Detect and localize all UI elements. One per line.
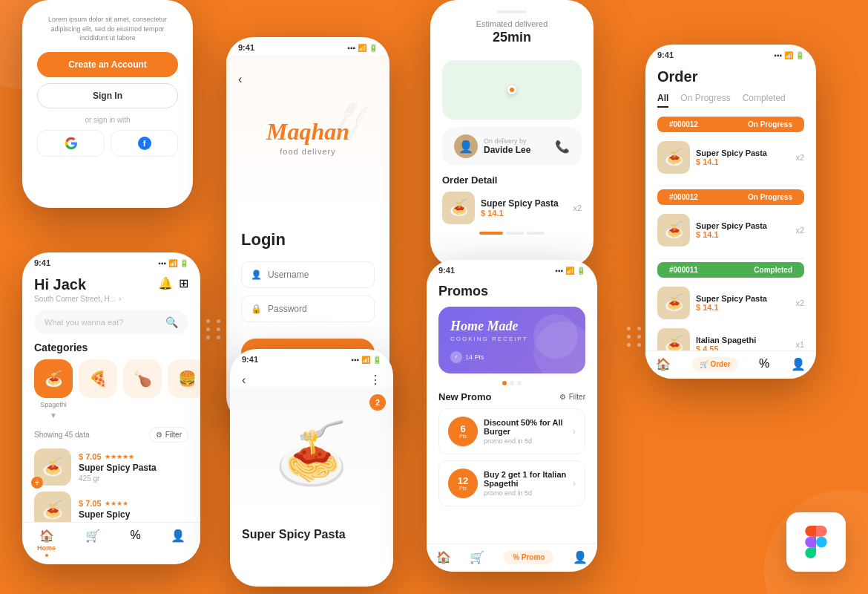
food-info-2: $ 7.05 ★★★★ Super Spicy bbox=[79, 499, 188, 521]
tab-all[interactable]: All bbox=[657, 93, 668, 108]
grid-icon[interactable]: ⊞ bbox=[179, 276, 188, 290]
search-bar[interactable]: What you wanna eat? 🔍 bbox=[34, 310, 188, 334]
price-row-1: $ 7.05 ★★★★★ bbox=[79, 452, 188, 461]
lock-icon: 🔒 bbox=[251, 304, 262, 314]
status-time: 9:41 bbox=[657, 50, 674, 59]
order-badge-3: #000011 Completed bbox=[657, 262, 804, 278]
order-card-price-3: $ 14.1 bbox=[696, 303, 789, 312]
promo-arrow-2: › bbox=[573, 478, 576, 489]
call-driver-button[interactable]: 📞 bbox=[555, 140, 570, 154]
pts-label-1: Pts bbox=[459, 434, 467, 439]
location-arrow-icon: › bbox=[119, 295, 121, 303]
nav-promo-active[interactable]: % Promo bbox=[504, 550, 553, 564]
notification-icon[interactable]: 🔔 bbox=[158, 276, 173, 290]
promo-expiry-2: promo end in 5d bbox=[484, 489, 567, 497]
sign-in-button[interactable]: Sign In bbox=[37, 83, 178, 108]
tab-completed[interactable]: Completed bbox=[743, 93, 786, 108]
status-icons: ▪▪▪ 📶 🔋 bbox=[555, 267, 585, 275]
phone-promos: 9:41 ▪▪▪ 📶 🔋 Promos Home Made COOKING RE… bbox=[427, 260, 597, 572]
order-card-image-3: 🍝 bbox=[657, 287, 690, 319]
estimated-label: Estimated delivered bbox=[442, 19, 582, 28]
nav-cart[interactable]: 🛒 bbox=[85, 529, 100, 557]
tab-on-progress[interactable]: On Progress bbox=[680, 93, 730, 108]
order-card-qty-2: x2 bbox=[795, 226, 804, 235]
filter-button[interactable]: ⚙ Filter bbox=[559, 393, 585, 401]
create-account-button[interactable]: Create an Account bbox=[37, 52, 178, 77]
order-card-info-3: Super Spicy Pasta $ 14.1 bbox=[696, 294, 789, 312]
showing-count: Showing 45 data bbox=[34, 431, 90, 439]
username-input[interactable] bbox=[268, 270, 365, 280]
nav-home[interactable]: 🏠 bbox=[436, 550, 451, 564]
burger-icon-box: 🍔 bbox=[168, 359, 200, 398]
category-spagethi[interactable]: 🍝 Spagethi ▼ bbox=[34, 359, 73, 420]
more-options-icon[interactable]: ⋮ bbox=[369, 373, 381, 387]
nav-order-active[interactable]: 🛒 Order bbox=[692, 357, 738, 371]
category-pizza[interactable]: 🍕 bbox=[79, 359, 117, 420]
filter-label: Filter bbox=[165, 431, 182, 439]
spagethi-label: Spagethi bbox=[40, 401, 67, 408]
chicken-icon-box: 🍗 bbox=[123, 359, 162, 398]
order-card-2[interactable]: 🍝 Super Spicy Pasta $ 14.1 x2 bbox=[645, 209, 816, 251]
greeting-block: Hi Jack South Corner Street, H... › bbox=[34, 276, 121, 303]
order-card-1[interactable]: 🍝 Super Spicy Pasta $ 14.1 x2 bbox=[645, 137, 816, 178]
order-detail-title: Order Detail bbox=[430, 174, 594, 186]
nav-promo[interactable]: % bbox=[759, 357, 769, 371]
delivery-by-label: On delivery by bbox=[484, 137, 555, 145]
promo-banner[interactable]: Home Made COOKING RECEIPT ✓ 14 Pts bbox=[438, 307, 585, 373]
promo-icon: % bbox=[759, 357, 769, 371]
nav-profile[interactable]: 👤 bbox=[171, 529, 185, 557]
phone-order-list: 9:41 ▪▪▪ 📶 🔋 Order All On Progress Compl… bbox=[645, 45, 816, 379]
search-icon[interactable]: 🔍 bbox=[165, 316, 178, 328]
nav-promo[interactable]: % bbox=[130, 529, 140, 557]
home-nav-icon: 🏠 bbox=[39, 529, 54, 543]
order-id-2: #000012 bbox=[669, 193, 698, 201]
status-time: 9:41 bbox=[242, 355, 258, 364]
category-burger[interactable]: 🍔 bbox=[168, 359, 200, 420]
password-input[interactable] bbox=[268, 304, 365, 314]
order-card-name-1: Super Spicy Pasta bbox=[696, 148, 789, 157]
add-food-1-button[interactable]: + bbox=[31, 477, 43, 489]
categories-row: 🍝 Spagethi ▼ 🍕 🍗 🍔 bbox=[22, 359, 200, 420]
pizza-icon-box: 🍕 bbox=[79, 359, 117, 398]
order-item-image: 🍝 bbox=[442, 192, 475, 224]
filter-button[interactable]: ⚙ Filter bbox=[149, 427, 188, 443]
promo-item-1[interactable]: 6 Pts Discount 50% for All Burger promo … bbox=[438, 408, 585, 454]
location-text: South Corner Street, H... bbox=[34, 295, 116, 303]
spagethi-icon-box: 🍝 bbox=[34, 359, 73, 398]
password-input-row[interactable]: 🔒 bbox=[241, 296, 375, 322]
nav-cart[interactable]: 🛒 bbox=[470, 550, 484, 564]
expand-icon[interactable]: ▼ bbox=[50, 411, 57, 420]
filter-icon: ⚙ bbox=[559, 393, 566, 401]
category-chicken[interactable]: 🍗 bbox=[123, 359, 162, 420]
back-button[interactable]: ‹ bbox=[242, 373, 246, 387]
promo-active-label: % Promo bbox=[504, 550, 553, 564]
promo-item-2[interactable]: 12 Pts Buy 2 get 1 for Italian Spagethi … bbox=[438, 460, 585, 506]
food-item-1[interactable]: 🍝 + $ 7.05 ★★★★★ Super Spicy Pasta 425 g… bbox=[34, 448, 188, 486]
nav-home[interactable]: 🏠 bbox=[656, 357, 671, 371]
nav-profile[interactable]: 👤 bbox=[791, 357, 806, 371]
order-badge-2: #000012 On Progress bbox=[657, 189, 804, 205]
nav-home[interactable]: 🏠 Home bbox=[37, 529, 56, 557]
back-button[interactable]: ‹ bbox=[238, 73, 242, 86]
filter-icon: ⚙ bbox=[156, 431, 162, 439]
order-card-3[interactable]: 🍝 Super Spicy Pasta $ 14.1 x2 bbox=[645, 282, 816, 324]
driver-avatar: 👤 bbox=[454, 134, 478, 158]
status-icons: ▪▪▪ 📶 🔋 bbox=[347, 44, 378, 52]
status-icons: ▪▪▪ 📶 🔋 bbox=[774, 51, 804, 59]
promo-name-2: Buy 2 get 1 for Italian Spagethi bbox=[484, 470, 567, 488]
food-stars-2: ★★★★ bbox=[105, 500, 128, 507]
order-status-3: Completed bbox=[754, 266, 792, 274]
phone-order-detail: Estimated delivered 25min 👤 On delivery … bbox=[430, 0, 594, 267]
order-item-price: $ 14.1 bbox=[481, 209, 567, 218]
google-login-button[interactable] bbox=[37, 130, 105, 157]
banner-subtitle: COOKING RECEIPT bbox=[450, 336, 573, 342]
username-input-row[interactable]: 👤 bbox=[241, 261, 375, 288]
order-card-name-4: Italian Spagethi bbox=[696, 336, 789, 345]
header-action-icons: 🔔 ⊞ bbox=[158, 276, 188, 290]
order-card-name-2: Super Spicy Pasta bbox=[696, 221, 789, 230]
order-badge-1: #000012 On Progress bbox=[657, 117, 804, 132]
facebook-login-button[interactable]: f bbox=[111, 130, 178, 157]
nav-profile[interactable]: 👤 bbox=[573, 550, 588, 564]
status-bar: 9:41 ▪▪▪ 📶 🔋 bbox=[645, 45, 816, 62]
order-card-price-1: $ 14.1 bbox=[696, 157, 789, 166]
